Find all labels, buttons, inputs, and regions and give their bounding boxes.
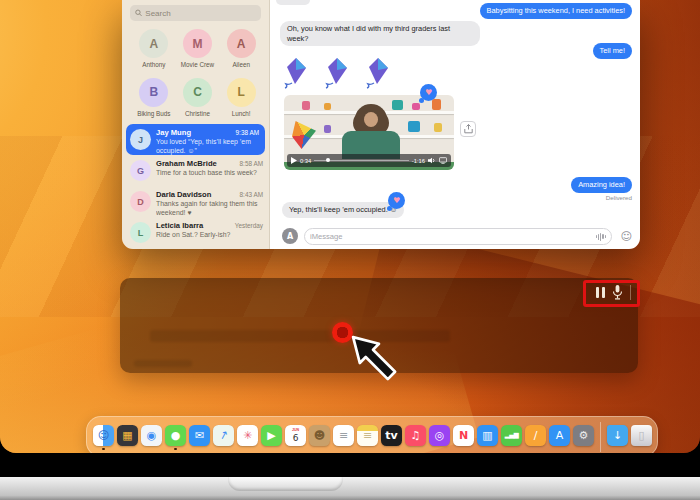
conversation-name: Graham McBride: [156, 159, 217, 168]
dock-icon-music[interactable]: ♫: [405, 423, 426, 450]
dock-icon-glyph: 6: [293, 434, 299, 443]
dock-icon-messages[interactable]: ●: [165, 423, 186, 450]
dock-icon-safari[interactable]: ◉: [141, 423, 162, 450]
audio-message-icon[interactable]: [596, 233, 606, 241]
pinned-contact[interactable]: B Biking Buds: [132, 74, 176, 123]
dock-icon-mail[interactable]: ✉: [189, 423, 210, 450]
emoji-picker-icon[interactable]: ☺: [621, 229, 632, 244]
dock-icon-news[interactable]: N: [453, 423, 474, 450]
pinned-contact[interactable]: M Movie Crew: [176, 25, 220, 74]
search-field[interactable]: [130, 5, 261, 21]
dock-icon-glyph: ▥: [482, 430, 492, 441]
craft-item: [412, 103, 420, 110]
pinned-contact-name: Biking Buds: [132, 110, 176, 117]
craft-item: [324, 125, 331, 133]
avatar: L: [130, 222, 151, 243]
macbook-lid-notch: [228, 477, 343, 491]
dock-icon-glyph: ☺: [98, 430, 109, 441]
kite-icon: [323, 57, 353, 89]
dock-icon-settings[interactable]: ⚙: [573, 423, 594, 450]
dock-icon-launchpad[interactable]: ▦: [117, 423, 138, 450]
pinned-contact[interactable]: A Anthony: [132, 25, 176, 74]
pinned-contact[interactable]: C Christine: [176, 74, 220, 123]
video-attachment[interactable]: 0:34 -1:16: [284, 95, 454, 170]
dock-icon-photos[interactable]: ✳: [237, 423, 258, 450]
dock-icon-glyph: ✉: [195, 430, 204, 441]
conversation-time: Yesterday: [235, 222, 263, 229]
imessage-input-field[interactable]: [304, 228, 612, 245]
dock-icon-podcasts[interactable]: ◎: [429, 423, 450, 450]
pinned-contact[interactable]: A Aileen: [219, 25, 263, 74]
conversation-row[interactable]: D Darla Davidson 8:43 AM Thanks again fo…: [122, 186, 269, 217]
conversation-row[interactable]: G Graham McBride 8:58 AM Time for a touc…: [122, 155, 269, 186]
dock-icon-glyph: ⚙: [579, 430, 589, 441]
conversation-name: Darla Davidson: [156, 190, 211, 199]
volume-icon[interactable]: [428, 157, 436, 164]
heart-reaction-badge[interactable]: ♥: [420, 84, 437, 101]
conversation-time: 8:58 AM: [240, 160, 263, 167]
dock-icon-glyph: /: [534, 430, 538, 441]
dock-icon-glyph: ▶: [267, 430, 275, 441]
kite-icon: [282, 57, 312, 89]
avatar: L: [227, 78, 256, 107]
ghost-label: [134, 360, 192, 367]
dock-icon-facetime[interactable]: ▶: [261, 423, 282, 450]
avatar: J: [130, 129, 151, 150]
desktop-wallpaper: A Anthony M Movie Crew A Aileen B Biking…: [0, 0, 700, 453]
dock-icon-downloads[interactable]: ↓: [607, 423, 628, 450]
share-button[interactable]: [460, 121, 476, 137]
rainbow-kite: [292, 121, 316, 149]
dock-icon-glyph: N: [459, 430, 468, 441]
dock-icon-appstore[interactable]: A: [549, 423, 570, 450]
pinned-contact-name: Lunch!: [219, 110, 263, 117]
cut-off-bubble: [276, 0, 310, 5]
dock-icon-calendar[interactable]: JUN6: [285, 423, 306, 450]
dock-icon-glyph: ↑: [217, 428, 230, 442]
video-controls: 0:34 -1:16: [287, 154, 451, 167]
ghost-toolbar: [150, 330, 450, 342]
kite-emoji-row: [282, 57, 394, 89]
craft-item: [324, 103, 331, 110]
dock-icon-contacts[interactable]: ☻: [309, 423, 330, 450]
dock-icon-pages[interactable]: /: [525, 423, 546, 450]
video-scrubber[interactable]: [314, 160, 408, 162]
avatar: G: [130, 160, 151, 181]
dock-icon-glyph: ↓: [613, 430, 622, 441]
dock-icon-notes[interactable]: ≡: [357, 423, 378, 450]
conversation-name: Leticia Ibarra: [156, 221, 203, 230]
imessage-apps-button[interactable]: A: [282, 228, 298, 244]
dock-icon-keynote[interactable]: ▥: [477, 423, 498, 450]
dock-icon-glyph: ≡: [363, 430, 372, 441]
share-icon: [464, 124, 473, 134]
pinned-contact-name: Christine: [176, 110, 220, 117]
dock-icon-glyph: ✳: [243, 430, 252, 441]
video-remaining: -1:16: [412, 158, 425, 164]
avatar: A: [227, 29, 256, 58]
dock-icon-reminders[interactable]: ≡: [333, 423, 354, 450]
dock-icon-numbers[interactable]: ▂▄▆: [501, 423, 522, 450]
play-icon[interactable]: [291, 157, 297, 164]
video-elapsed: 0:34: [300, 158, 311, 164]
scrubber-knob[interactable]: [326, 158, 330, 162]
imessage-input[interactable]: [310, 232, 596, 241]
dock: ☺ ▦ ◉ ● ✉ ↑ ✳ ▶ JUN6 ☻ ≡: [86, 416, 658, 453]
display-icon[interactable]: [439, 157, 447, 164]
dock-icon-finder[interactable]: ☺: [93, 423, 114, 450]
search-input[interactable]: [145, 9, 256, 18]
conversation-row[interactable]: L Leticia Ibarra Yesterday Ride on Sat.?…: [122, 217, 269, 248]
conversation-row[interactable]: J Jay Mung 9:38 AM You loved “Yep, this’…: [126, 124, 265, 155]
dock-icon-tv[interactable]: tv: [381, 423, 402, 450]
dock-icon-glyph: ▯: [638, 430, 644, 441]
dock-icon-trash[interactable]: ▯: [631, 423, 652, 450]
message-bubble-received: Oh, you know what I did with my third gr…: [280, 21, 480, 46]
avatar: B: [139, 78, 168, 107]
pinned-contact-name: Anthony: [132, 61, 176, 68]
annotation-highlight-rectangle: [583, 280, 640, 307]
pinned-contact[interactable]: L Lunch!: [219, 74, 263, 123]
pinned-contact-name: Aileen: [219, 61, 263, 68]
dock-icon-maps[interactable]: ↑: [213, 423, 234, 450]
annotation-cursor-arrow: [350, 334, 400, 384]
heart-reaction-badge[interactable]: ♥: [388, 192, 405, 209]
conversation-preview: You loved “Yep, this’ll keep ’em occupie…: [156, 138, 259, 155]
avatar: D: [130, 191, 151, 212]
